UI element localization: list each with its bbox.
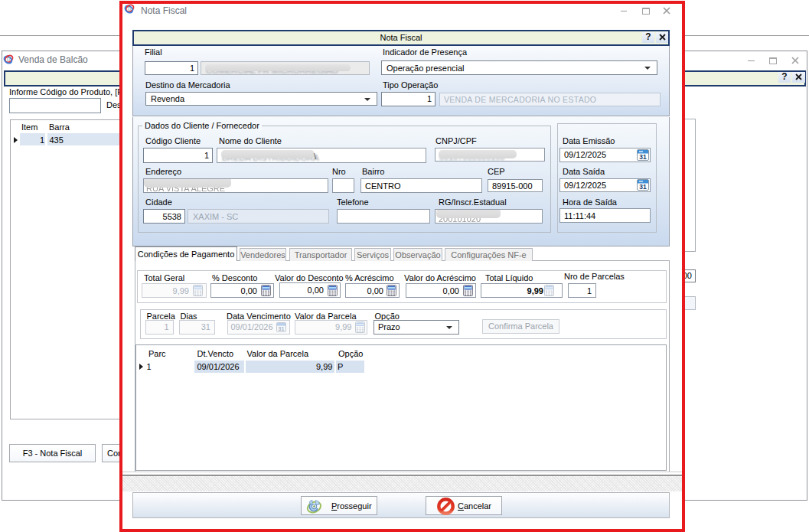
- svg-text:31: 31: [639, 152, 647, 160]
- svg-text:31: 31: [639, 183, 647, 191]
